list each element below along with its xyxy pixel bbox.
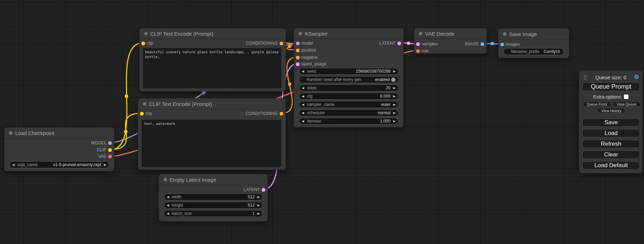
toggle-knob[interactable] [391,78,396,82]
clear-button[interactable]: Clear [582,151,640,159]
conditioning-socket-dot[interactable] [296,56,300,60]
collapse-dot-icon[interactable] [419,32,422,35]
image-socket-dot[interactable] [500,43,504,46]
image-socket-dot[interactable] [480,42,484,46]
decrement-arrow-icon[interactable]: ◀ [167,212,169,215]
input-clip[interactable]: clip [140,40,153,47]
latent-socket-dot[interactable] [296,62,300,66]
node-empty-latent-image[interactable]: Empty Latent Image LATENT ◀ width 512 ▶ … [159,174,268,222]
output-vae[interactable]: VAE [98,153,114,160]
decrement-arrow-icon[interactable]: ◀ [12,163,15,166]
decrement-arrow-icon[interactable]: ◀ [302,120,304,123]
output-model[interactable]: MODEL [91,139,114,146]
increment-arrow-icon[interactable]: ▶ [393,70,396,73]
negative-prompt-textarea[interactable]: text, watermark [142,120,281,167]
latent-socket-dot[interactable] [416,42,420,46]
node-title-bar[interactable]: Save Image [499,29,569,39]
load-button[interactable]: Load [582,129,640,137]
collapse-dot-icon[interactable] [164,178,167,181]
input-samples[interactable]: samples [414,40,438,47]
widget-steps[interactable]: ◀ steps 20 ▶ [299,84,398,91]
node-save-image[interactable]: Save Image images filename_prefix ComfyU… [498,28,569,58]
extra-options-checkbox[interactable] [624,94,628,99]
collapse-dot-icon[interactable] [299,32,302,35]
collapse-dot-icon[interactable] [144,32,148,35]
decrement-arrow-icon[interactable]: ◀ [302,111,304,115]
node-title-bar[interactable]: CLIP Text Encode (Prompt) [140,28,285,39]
collapse-dot-icon[interactable] [503,32,506,36]
node-clip-text-encode-negative[interactable]: CLIP Text Encode (Prompt) clip CONDITION… [138,98,286,170]
collapse-dot-icon[interactable] [9,131,12,135]
increment-arrow-icon[interactable]: ▶ [104,163,106,166]
decrement-arrow-icon[interactable]: ◀ [167,196,169,199]
decrement-arrow-icon[interactable]: ◀ [167,204,169,207]
increment-arrow-icon[interactable]: ▶ [393,95,396,98]
increment-arrow-icon[interactable]: ▶ [393,103,396,106]
input-clip[interactable]: clip [138,110,152,117]
widget-batch-size[interactable]: ◀ batch_size 1 ▶ [164,210,263,217]
decrement-arrow-icon[interactable]: ◀ [302,87,304,90]
widget-scheduler[interactable]: ◀ scheduler normal ▶ [299,109,398,116]
input-positive[interactable]: positive [294,47,316,54]
widget-filename-prefix[interactable]: filename_prefix ComfyUI [503,48,564,55]
conditioning-socket-dot[interactable] [280,112,283,116]
node-clip-text-encode-positive[interactable]: CLIP Text Encode (Prompt) clip CONDITION… [139,28,286,91]
node-ksampler[interactable]: KSampler model positive negative latent_… [294,28,404,127]
vae-socket-dot[interactable] [416,49,420,53]
queue-front-button[interactable]: Queue Front [583,101,611,107]
increment-arrow-icon[interactable]: ▶ [393,111,396,115]
node-load-checkpoint[interactable]: Load Checkpoint MODEL CLIP VAE ◀ ckpt_na… [4,127,114,171]
node-graph-canvas[interactable]: Load Checkpoint MODEL CLIP VAE ◀ ckpt_na… [0,0,644,244]
node-title-bar[interactable]: KSampler [294,28,403,39]
decrement-arrow-icon[interactable]: ◀ [302,95,304,98]
widget-cfg[interactable]: ◀ cfg 8.000 ▶ [299,93,398,100]
widget-seed[interactable]: ◀ seed 156680208700286 ▶ [299,68,398,75]
input-vae[interactable]: vae [414,47,429,54]
input-images[interactable]: images [499,41,520,48]
model-socket-dot[interactable] [296,42,300,45]
widget-ckpt-name[interactable]: ◀ ckpt_name v1-5-pruned-emaonly.ckpt ▶ [9,161,109,168]
widget-sampler-name[interactable]: ◀ sampler_name euler ▶ [299,101,398,108]
clip-socket-dot[interactable] [141,42,145,45]
latent-socket-dot[interactable] [397,42,401,45]
node-title-bar[interactable]: Load Checkpoint [5,128,114,138]
decrement-arrow-icon[interactable]: ◀ [302,70,304,73]
conditioning-socket-dot[interactable] [280,42,283,45]
increment-arrow-icon[interactable]: ▶ [393,120,396,123]
output-latent[interactable]: LATENT [244,186,267,193]
settings-gear-icon[interactable]: ⚙ [634,74,639,81]
input-latent-image[interactable]: latent_image [294,61,326,67]
model-socket-dot[interactable] [108,141,112,145]
node-vae-decode[interactable]: VAE Decode samples vae IMAGE [414,28,487,54]
view-queue-button[interactable]: View Queue [612,101,641,107]
increment-arrow-icon[interactable]: ▶ [257,212,260,215]
widget-denoise[interactable]: ◀ denoise 1.000 ▶ [299,118,398,125]
load-default-button[interactable]: Load Default [582,161,640,170]
positive-prompt-textarea[interactable]: beautiful scenery nature glass bottle la… [143,48,281,88]
widget-random-seed-toggle[interactable]: Random seed after every gen enabled [299,76,398,83]
output-clip[interactable]: CLIP [97,146,114,153]
input-negative[interactable]: negative [294,54,318,61]
vae-socket-dot[interactable] [108,155,112,159]
clip-socket-dot[interactable] [108,148,112,152]
save-button[interactable]: Save [582,118,640,127]
widget-width[interactable]: ◀ width 512 ▶ [164,193,263,200]
increment-arrow-icon[interactable]: ▶ [257,196,260,199]
conditioning-socket-dot[interactable] [296,48,300,52]
clip-socket-dot[interactable] [140,112,144,116]
output-conditioning[interactable]: CONDITIONING [246,40,285,47]
collapse-dot-icon[interactable] [143,102,146,106]
increment-arrow-icon[interactable]: ▶ [393,87,396,90]
node-title-bar[interactable]: CLIP Text Encode (Prompt) [138,99,285,109]
input-model[interactable]: model [294,40,313,47]
output-conditioning[interactable]: CONDITIONING [246,110,285,117]
decrement-arrow-icon[interactable]: ◀ [302,103,304,106]
widget-height[interactable]: ◀ height 512 ▶ [164,202,263,209]
node-title-bar[interactable]: VAE Decode [414,28,486,39]
queue-prompt-button[interactable]: Queue Prompt [582,82,640,91]
view-history-button[interactable]: View History [597,108,626,113]
queue-menu-panel[interactable]: Queue size: 0 ⚙ Queue Prompt Extra optio… [579,70,643,173]
output-latent[interactable]: LATENT [379,40,403,47]
increment-arrow-icon[interactable]: ▶ [257,204,260,207]
output-image[interactable]: IMAGE [465,40,486,47]
